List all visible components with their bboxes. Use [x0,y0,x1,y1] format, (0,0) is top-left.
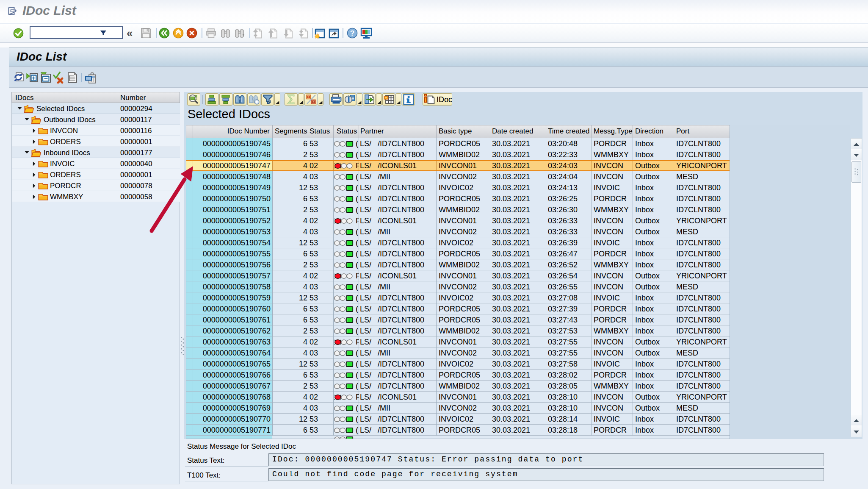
svg-text:?: ? [350,29,354,37]
